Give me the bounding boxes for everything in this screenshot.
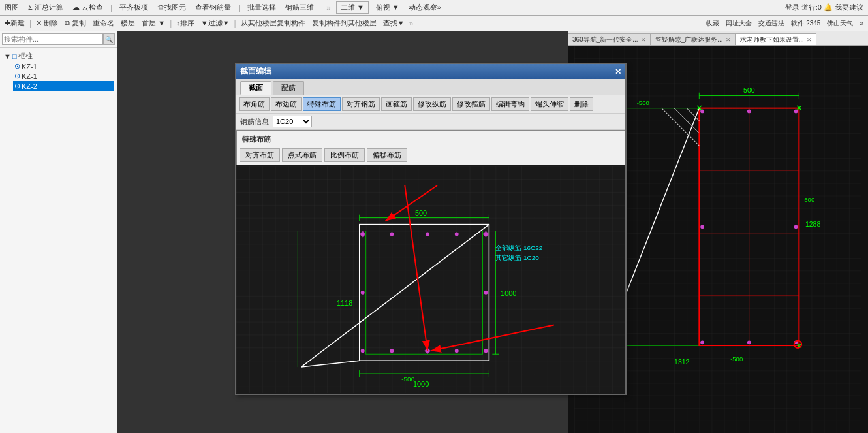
svg-rect-1: [236, 166, 625, 393]
btn-delete-rebar[interactable]: 删除: [570, 97, 593, 111]
bookmark-2345[interactable]: 软件-2345: [789, 18, 823, 29]
btn-first-floor[interactable]: 首层 ▼: [140, 18, 167, 29]
top-toolbar: 图图 Σ 汇总计算 ☁ 云检查 | 平齐板项 查找图元 查看钢筋量 | 批量选择…: [0, 0, 868, 16]
btn-special-rebar[interactable]: 特殊布筋: [303, 97, 341, 111]
cad-canvas: 500 1000 1000 -500: [236, 165, 625, 394]
btn-rename[interactable]: 重命名: [91, 18, 116, 29]
search-button[interactable]: 🔍: [103, 33, 115, 45]
btn-draw-stirrup[interactable]: 画箍筋: [381, 97, 412, 111]
toolbar-3d[interactable]: 钢筋三维: [283, 2, 316, 13]
main-layout: 🔍 ▼ □ 框柱 ⊙ KZ-1 ⊙ KZ-1 ⊙ KZ-2: [0, 31, 868, 433]
tree-area: ▼ □ 框柱 ⊙ KZ-1 ⊙ KZ-1 ⊙ KZ-2: [0, 48, 117, 433]
tree-node-icon-kz1a: ⊙: [14, 62, 20, 71]
cad-drawing-svg: 500 1000 1000 -500: [236, 165, 625, 394]
svg-point-31: [390, 349, 394, 353]
btn-ratio-layout[interactable]: 比例布筋: [324, 148, 365, 162]
special-popup: 特殊布筋 对齐布筋 点式布筋 比例布筋 偏移布筋: [236, 130, 625, 165]
dialog-titlebar: 截面编辑 ✕: [236, 64, 625, 79]
btn-offset-layout[interactable]: 偏移布筋: [367, 148, 407, 162]
dialog-toolbar: 布角筋 布边筋 特殊布筋 对齐钢筋 画箍筋 修改纵筋 修改箍筋 编辑弯钩 端头伸…: [236, 95, 625, 114]
search-input[interactable]: [2, 33, 103, 45]
svg-point-22: [426, 232, 429, 236]
svg-point-26: [361, 349, 365, 353]
svg-point-64: [794, 225, 798, 229]
svg-point-24: [361, 291, 365, 295]
browser-tab-answers[interactable]: 答疑解惑_广联达服务... ✕: [651, 33, 736, 45]
btn-copy-from[interactable]: 从其他楼层复制构件: [239, 18, 307, 29]
toolbar-dynamic[interactable]: 动态观察»: [407, 2, 443, 13]
tab-close-teacher[interactable]: ✕: [807, 37, 812, 43]
btn-point-layout[interactable]: 点式布筋: [282, 148, 322, 162]
toolbar-summary[interactable]: Σ 汇总计算: [26, 2, 65, 13]
btn-edit-hook[interactable]: 编辑弯钩: [491, 97, 529, 111]
svg-point-25: [484, 291, 488, 295]
tree-root-framecol[interactable]: ▼ □ 框柱: [3, 50, 114, 61]
browser-tabs: 360导航_新一代安全... ✕ 答疑解惑_广联达服务... ✕ 求老师教下如果…: [568, 31, 868, 46]
tree-collapse-icon: ▼: [4, 52, 11, 60]
tree-node-kz1b[interactable]: ⊙ KZ-1: [13, 71, 114, 81]
tab-close-360[interactable]: ✕: [641, 37, 646, 43]
svg-point-32: [455, 349, 459, 353]
btn-copy[interactable]: ⧉ 复制: [63, 18, 88, 29]
toolbar-rebar-view[interactable]: 查看钢筋量: [193, 2, 233, 13]
tree-node-label-kz1b: KZ-1: [22, 72, 37, 80]
svg-text:全部纵筋 16C22: 全部纵筋 16C22: [495, 244, 542, 251]
toolbar-2d[interactable]: 二维 ▼: [336, 1, 369, 14]
tree-node-icon-kz2: ⊙: [14, 82, 20, 90]
svg-point-29: [390, 232, 394, 236]
dialog-tabs: 截面 配筋: [236, 79, 625, 95]
dialog-close-icon[interactable]: ✕: [615, 67, 621, 76]
svg-text:500: 500: [415, 209, 427, 217]
tab-close-answers[interactable]: ✕: [726, 37, 731, 43]
tree-node-kz1a[interactable]: ⊙ KZ-1: [13, 61, 114, 71]
special-popup-title: 特殊布筋: [240, 133, 622, 146]
tree-node-label-kz1a: KZ-1: [22, 63, 37, 71]
btn-modify-long[interactable]: 修改纵筋: [413, 97, 451, 111]
bookmark-nav[interactable]: 网址大全: [724, 18, 754, 29]
btn-modify-stirrup[interactable]: 修改箍筋: [452, 97, 490, 111]
svg-point-30: [455, 232, 459, 236]
svg-text:1118: 1118: [337, 299, 352, 307]
toolbar-top-view[interactable]: 俯视 ▼: [374, 2, 401, 13]
browser-tab-teacher[interactable]: 求老师教下如果设置... ✕: [736, 33, 816, 45]
btn-filter[interactable]: ▼过滤▼: [199, 18, 232, 29]
left-panel: 🔍 ▼ □ 框柱 ⊙ KZ-1 ⊙ KZ-1 ⊙ KZ-2: [0, 31, 117, 433]
btn-delete[interactable]: ✕ 删除: [34, 18, 60, 29]
tree-node-kz2[interactable]: ⊙ KZ-2: [13, 81, 114, 91]
rebar-info-select[interactable]: 1C20: [273, 116, 312, 127]
toolbar-align[interactable]: 平齐板项: [117, 2, 150, 13]
svg-text:-500: -500: [730, 355, 743, 362]
toolbar-cloud[interactable]: ☁ 云检查: [70, 2, 105, 13]
btn-sort[interactable]: ↕排序: [174, 18, 196, 29]
svg-text:1000: 1000: [413, 380, 429, 388]
bookmark-fav[interactable]: 收藏: [704, 18, 721, 29]
svg-text:-500: -500: [637, 99, 649, 106]
toolbar-batch[interactable]: 批量选择: [245, 2, 278, 13]
toolbar-find[interactable]: 查找图元: [155, 2, 188, 13]
btn-copy-to[interactable]: 复制构件到其他楼层: [310, 18, 379, 29]
svg-text:1000: 1000: [501, 289, 516, 297]
svg-point-63: [700, 225, 704, 229]
btn-align-layout[interactable]: 对齐布筋: [240, 148, 280, 162]
bookmark-weather[interactable]: 佛山天气: [825, 18, 855, 29]
btn-edge-rebar[interactable]: 布边筋: [271, 97, 302, 111]
dialog-row-rebar-info: 钢筋信息 1C20: [236, 114, 625, 130]
svg-point-28: [484, 349, 488, 353]
bookmark-traffic[interactable]: 交通违法: [756, 18, 786, 29]
tab-rebar[interactable]: 配筋: [273, 81, 304, 95]
btn-find[interactable]: 查找▼: [381, 18, 407, 29]
btn-corner-rebar[interactable]: 布角筋: [239, 97, 270, 111]
rebar-info-label: 钢筋信息: [240, 117, 269, 127]
btn-new[interactable]: ✚新建: [3, 18, 27, 29]
toolbar-login[interactable]: 登录 道行:0 🔔 我要建议: [783, 2, 865, 13]
toolbar-figure[interactable]: 图图: [3, 2, 21, 13]
btn-align-rebar[interactable]: 对齐钢筋: [342, 97, 380, 111]
bookmark-more[interactable]: »: [858, 19, 865, 27]
tab-section[interactable]: 截面: [240, 81, 271, 95]
tree-node-icon-kz1b: ⊙: [14, 72, 20, 80]
svg-text:-500: -500: [401, 376, 414, 383]
btn-floor[interactable]: 楼层: [119, 18, 137, 29]
browser-tab-teacher-label: 求老师教下如果设置...: [740, 35, 804, 44]
browser-tab-360[interactable]: 360导航_新一代安全... ✕: [568, 33, 651, 45]
btn-end-extend[interactable]: 端头伸缩: [531, 97, 568, 111]
